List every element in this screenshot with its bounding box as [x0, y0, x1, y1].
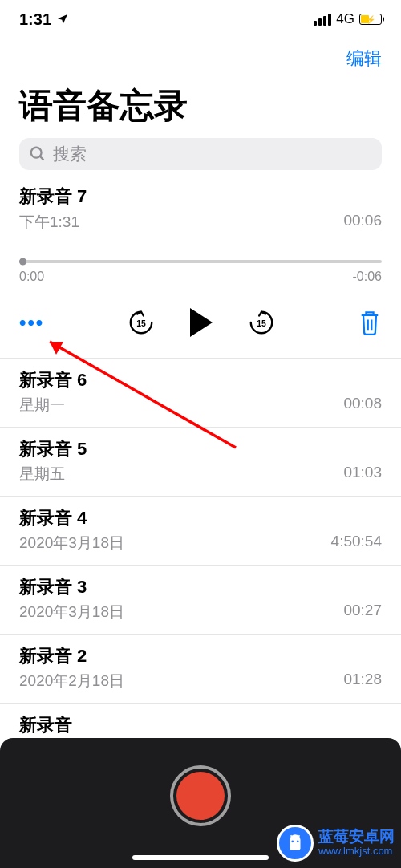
search-field[interactable] — [19, 138, 382, 170]
home-indicator[interactable] — [132, 855, 269, 860]
selected-title: 新录音 7 — [19, 185, 382, 209]
watermark: 蓝莓安卓网 www.lmkjst.com — [277, 825, 395, 862]
status-right: 4G ⚡ — [314, 11, 382, 27]
svg-point-6 — [291, 841, 294, 843]
item-subtitle: 2020年3月18日 — [19, 533, 124, 554]
network-label: 4G — [336, 11, 354, 27]
playback-controls: ••• 15 15 — [0, 284, 401, 356]
list-item[interactable]: 新录音 2 2020年2月18日01:28 — [0, 635, 401, 704]
svg-point-7 — [297, 841, 299, 843]
status-time: 1:31 — [19, 10, 51, 29]
item-title: 新录音 2 — [19, 644, 382, 668]
page-title: 语音备忘录 — [0, 77, 401, 138]
search-icon — [29, 145, 47, 163]
delete-button[interactable] — [358, 310, 382, 335]
status-bar: 1:31 4G ⚡ — [0, 0, 401, 35]
selected-subtitle: 下午1:31 — [19, 212, 79, 233]
remaining-time: -0:06 — [353, 270, 382, 284]
nav-bar: 编辑 — [0, 35, 401, 77]
search-input[interactable] — [53, 144, 372, 164]
watermark-url: www.lmkjst.com — [318, 846, 395, 857]
item-duration: 00:27 — [343, 602, 382, 623]
status-left: 1:31 — [19, 10, 69, 29]
watermark-title: 蓝莓安卓网 — [318, 829, 395, 846]
item-title: 新录音 4 — [19, 506, 382, 530]
skip-back-15-icon[interactable]: 15 — [128, 309, 155, 336]
list-item[interactable]: 新录音 6 星期一00:08 — [0, 359, 401, 428]
item-title: 新录音 3 — [19, 575, 382, 599]
more-button[interactable]: ••• — [19, 311, 44, 334]
edit-button[interactable]: 编辑 — [346, 47, 382, 71]
item-subtitle: 星期五 — [19, 464, 65, 485]
item-title: 新录音 5 — [19, 437, 382, 461]
list-item[interactable]: 新录音 3 2020年3月18日00:27 — [0, 566, 401, 635]
svg-text:15: 15 — [257, 319, 266, 328]
item-duration: 00:08 — [343, 395, 382, 416]
item-subtitle: 2020年3月18日 — [19, 602, 124, 623]
battery-icon: ⚡ — [359, 14, 382, 25]
play-button[interactable] — [190, 308, 213, 337]
item-title: 新录音 6 — [19, 368, 382, 392]
item-title: 新录音 — [19, 713, 382, 737]
signal-icon — [314, 14, 331, 26]
list-item[interactable]: 新录音 4 2020年3月18日4:50:54 — [0, 497, 401, 566]
skip-forward-15-icon[interactable]: 15 — [248, 309, 275, 336]
svg-line-1 — [40, 156, 44, 160]
scrubber-thumb[interactable] — [19, 258, 26, 266]
location-icon — [56, 13, 69, 26]
svg-text:15: 15 — [136, 319, 146, 328]
item-subtitle: 星期一 — [19, 395, 65, 416]
item-duration: 01:03 — [343, 464, 382, 485]
watermark-logo — [277, 825, 314, 862]
list-item[interactable]: 新录音 5 星期五01:03 — [0, 428, 401, 497]
item-duration: 4:50:54 — [331, 533, 382, 554]
selected-duration: 00:06 — [343, 212, 382, 233]
svg-point-0 — [31, 148, 42, 158]
selected-recording[interactable]: 新录音 7 下午1:31 00:06 0:00 -0:06 — [0, 185, 401, 284]
scrubber-track[interactable] — [19, 260, 382, 263]
item-duration: 01:28 — [343, 671, 382, 692]
item-subtitle: 2020年2月18日 — [19, 671, 124, 692]
elapsed-time: 0:00 — [19, 270, 44, 284]
record-button-inner — [176, 772, 225, 820]
record-button[interactable] — [170, 765, 231, 826]
